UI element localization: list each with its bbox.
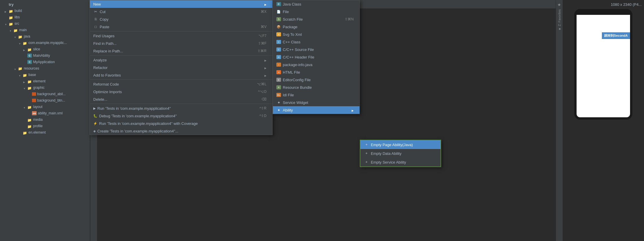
submenu-item-java-class[interactable]: C Java Class — [273, 0, 359, 8]
submenu-new: C Java Class 📄 File S Scratch File ⇧⌘N 📦… — [273, 0, 360, 114]
tree-label: MyApplication — [33, 60, 55, 64]
submenu-item-resource-bundle[interactable]: R Resource Bundle — [273, 84, 359, 91]
favorites-sidebar[interactable]: ★ ★ Z: Favorites — [556, 0, 563, 241]
ability-item-empty-data[interactable]: ✦ Empty Data Ability — [360, 149, 441, 158]
star-icon: ★ — [557, 2, 561, 7]
submenu-arrow-favorites — [264, 73, 266, 77]
menu-item-cut[interactable]: Cut ⌘X — [90, 8, 272, 15]
tree-item-mainability[interactable]: C MainAbility — [0, 52, 90, 59]
submenu-item-scratch[interactable]: S Scratch File ⇧⌘N — [273, 15, 359, 23]
tree-item-ability-xml[interactable]: xml ability_main.xml — [0, 110, 90, 116]
java-class-icon: C — [276, 2, 281, 6]
submenu-arrow-new — [264, 2, 266, 6]
ability-item-label: Empty Service Ability — [371, 160, 406, 164]
tree-arrow — [5, 22, 8, 25]
tree-item-try[interactable]: try — [0, 1, 90, 8]
folder-icon — [9, 9, 13, 13]
menu-item-add-favorites[interactable]: Add to Favorites — [90, 71, 272, 79]
menu-item-replace-path[interactable]: Replace in Path... ⇧⌘R — [90, 47, 272, 55]
folder-icon — [13, 28, 18, 32]
submenu-package-label: 📦 Package — [276, 25, 298, 29]
tree-item-libs[interactable]: libs — [0, 14, 90, 20]
submenu-item-cpp-source[interactable]: C C/C++ Source File — [273, 46, 359, 53]
tree-label: background_btn... — [37, 98, 65, 102]
java-class-icon: C — [27, 60, 32, 64]
tree-item-main[interactable]: main — [0, 27, 90, 33]
menu-sep-3 — [90, 79, 272, 80]
menu-item-create-tests[interactable]: ◈ Create 'Tests in 'com.example.myapplic… — [90, 127, 272, 135]
submenu-item-editor-config[interactable]: E EditorConfig File — [273, 76, 359, 84]
ability-item-empty-page[interactable]: ✦ Empty Page Ability(Java) — [360, 140, 441, 149]
menu-item-coverage[interactable]: ⚡ Run 'Tests in 'com.example.myapplicati… — [90, 120, 272, 127]
tree-item-profile[interactable]: profile — [0, 123, 90, 129]
menu-item-optimize[interactable]: Optimize Imports ^⌥O — [90, 88, 272, 95]
tree-item-com[interactable]: com.example.myapplic... — [0, 40, 90, 46]
menu-item-new[interactable]: New — [90, 0, 272, 8]
file-icon: 📄 — [276, 10, 281, 14]
tree-item-myapp[interactable]: C MyApplication — [0, 59, 90, 65]
menu-item-run[interactable]: ▶ Run 'Tests in 'com.example.myapplicati… — [90, 104, 272, 112]
tree-item-element[interactable]: element — [0, 78, 90, 84]
tree-item-bg-abil[interactable]: background_abil... — [0, 91, 90, 97]
widget-icon: ✦ — [276, 100, 281, 104]
tree-label: background_abil... — [37, 92, 66, 96]
cpp-source-icon: C — [276, 47, 281, 52]
submenu-item-pkg-info[interactable]: i package-info.java — [273, 61, 359, 68]
submenu-item-svg[interactable]: S Svg To Xml — [273, 31, 359, 38]
submenu-item-idl[interactable]: IDL Idl File — [273, 91, 359, 99]
submenu-item-package[interactable]: 📦 Package — [273, 23, 359, 31]
submenu-item-ability[interactable]: ✦ Ability — [273, 106, 359, 114]
tree-item-bg-btn[interactable]: background_btn... — [0, 97, 90, 104]
submenu-item-html[interactable]: H HTML File — [273, 68, 359, 76]
scratch-icon: S — [276, 17, 281, 21]
svg-icon: S — [276, 32, 281, 36]
tree-item-graphic[interactable]: graphic — [0, 84, 90, 91]
submenu-item-cpp-header[interactable]: H C/C++ Header File — [273, 53, 359, 61]
tree-item-en-element[interactable]: en.element — [0, 129, 90, 136]
menu-item-copy[interactable]: ⎘ Copy — [90, 15, 272, 23]
menu-item-refactor[interactable]: Refactor — [90, 64, 272, 71]
menu-item-delete[interactable]: Delete... ⌫ — [90, 95, 272, 103]
tree-item-resources[interactable]: 📁 resources — [0, 65, 90, 72]
context-menu: New Cut ⌘X ⎘ Copy □ Paste ⌘V Find Usages… — [90, 0, 273, 135]
menu-item-reformat[interactable]: Reformat Code ⌥⌘L — [90, 80, 272, 88]
menu-item-analyze[interactable]: Analyze — [90, 56, 272, 64]
run-shortcut: ^⇧R — [260, 106, 266, 110]
find-path-shortcut: ⇧⌘F — [258, 41, 266, 45]
tree-arrow — [23, 118, 27, 121]
tree-arrow — [23, 54, 27, 57]
tree-item-build[interactable]: build — [0, 8, 90, 14]
menu-item-debug[interactable]: 🐛 Debug 'Tests in 'com.example.myapplica… — [90, 112, 272, 120]
tree-label: layout — [33, 105, 42, 109]
ability-service-icon: ✦ — [365, 160, 369, 164]
submenu-html-label: H HTML File — [276, 70, 300, 75]
folder-icon — [27, 118, 32, 121]
tree-item-src[interactable]: src — [0, 20, 90, 27]
ability-item-label: Empty Data Ability — [371, 151, 402, 156]
submenu-cpp-class-label: C C++ Class — [276, 40, 300, 44]
res-file-icon — [32, 99, 36, 102]
menu-item-refactor-label: Refactor — [93, 65, 108, 70]
tree-item-slice[interactable]: slice — [0, 46, 90, 52]
second-ability-badge: 跳转到SecondA — [602, 32, 630, 39]
folder-icon — [23, 41, 27, 45]
tree-item-media[interactable]: media — [0, 116, 90, 123]
tree-item-layout[interactable]: layout — [0, 104, 90, 110]
submenu-arrow-refactor — [264, 65, 266, 70]
submenu-label-text: Scratch File — [283, 17, 303, 22]
ability-item-empty-service[interactable]: ✦ Empty Service Ability — [360, 158, 441, 166]
folder-icon — [27, 79, 32, 83]
menu-item-paste[interactable]: □ Paste ⌘V — [90, 23, 272, 31]
submenu-item-service-widget[interactable]: ✦ Service Widget — [273, 99, 359, 106]
submenu-item-cpp-class[interactable]: C C++ Class — [273, 38, 359, 46]
submenu-item-file[interactable]: 📄 File — [273, 8, 359, 15]
tree-label: resources — [24, 66, 39, 70]
tree-item-base[interactable]: base — [0, 72, 90, 78]
ability-data-icon: ✦ — [365, 151, 369, 155]
tree-arrow — [5, 9, 8, 13]
menu-item-find-usages-label: Find Usages — [93, 34, 115, 38]
menu-item-delete-label: Delete... — [93, 97, 107, 102]
menu-item-find-usages[interactable]: Find Usages ⌥F7 — [90, 32, 272, 40]
tree-item-java[interactable]: java — [0, 33, 90, 40]
menu-item-find-path[interactable]: Find in Path... ⇧⌘F — [90, 40, 272, 47]
